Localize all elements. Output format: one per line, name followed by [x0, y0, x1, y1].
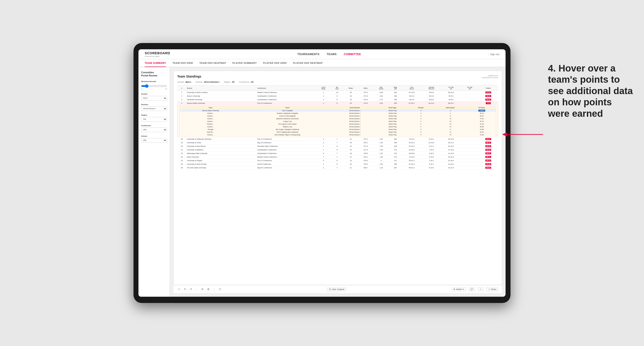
- tab-player-h2h-grid[interactable]: PLAYER H2H GRID: [263, 59, 286, 67]
- inner-rounds: 3: [409, 115, 433, 117]
- school-select[interactable]: (All): [141, 138, 167, 143]
- inner-type: Stroke Play: [376, 134, 409, 136]
- division-filter-value: NCAA Division I: [204, 81, 220, 83]
- sidebar-conference-label: Conference: [141, 125, 167, 127]
- inner-type: Stroke Play: [376, 117, 409, 120]
- watch-chevron: ▾: [463, 288, 464, 290]
- vs-top25-1: 50-10-0: [441, 91, 461, 94]
- rank-3: 3: [178, 98, 186, 102]
- comment-button[interactable]: 💬: [468, 287, 475, 291]
- avg-sg-4: 265: [389, 102, 402, 105]
- tab-player-h2h-heatmap[interactable]: PLAYER H2H HEATMAP: [293, 59, 323, 67]
- copy-icon[interactable]: ⧉: [200, 287, 204, 291]
- inner-rounds: 3: [409, 134, 433, 136]
- division-select[interactable]: NCAA Division I: [141, 106, 167, 111]
- tab-team-h2h-heatmap[interactable]: TEAM H2H HEATMAP: [199, 59, 226, 67]
- separator2: |: [212, 287, 216, 291]
- rnds: 21: [344, 137, 358, 141]
- rnds-1: 30: [344, 91, 358, 94]
- inner-points: 30-13: [468, 112, 496, 115]
- inner-team: Univers...: [180, 112, 242, 115]
- share-icon: ↗: [488, 288, 490, 290]
- inner-event: Copper Cup: [242, 120, 334, 123]
- nav-tournaments[interactable]: TOURNAMENTS: [297, 53, 320, 56]
- watch-button[interactable]: 👁 Watch ▾: [451, 287, 466, 291]
- inner-team: Univers...: [180, 134, 242, 136]
- school-3: Vanderbilt University: [186, 98, 257, 102]
- clock-icon[interactable]: ⏱: [218, 287, 222, 291]
- filter-region: Region: All: [224, 81, 234, 83]
- wins-1: 272.0: [358, 91, 374, 94]
- inner-type: Stroke Play: [376, 115, 409, 117]
- nav-committee[interactable]: COMMITTEE: [344, 53, 361, 56]
- logo-sub: Powered by clippd: [145, 55, 170, 57]
- inner-event: The Cypress Point Classic: [242, 123, 334, 126]
- filters-row: Gender: Men's Division: NCAA Division I …: [177, 81, 498, 83]
- points-4[interactable]: 79.5: [478, 102, 498, 105]
- inner-rank-impact: -1: [433, 109, 468, 112]
- inner-division: NCAA Division I: [334, 123, 376, 126]
- inner-event: Southern Highlands Collegiate: [242, 112, 334, 115]
- inner-rank-impact: +0: [433, 126, 468, 128]
- annotation-text: 4. Hover over a team's points to see add…: [548, 63, 633, 119]
- slider-max: 30: [165, 88, 167, 90]
- points[interactable]: 83.07: [478, 137, 498, 141]
- points-badge-3[interactable]: 90.20: [485, 99, 491, 101]
- points-3[interactable]: 90.20: [478, 98, 498, 102]
- undo-icon[interactable]: ↩: [177, 287, 181, 291]
- inner-points: 119.63: [468, 109, 496, 112]
- points-badge-4[interactable]: 79.5: [486, 102, 491, 104]
- points-1[interactable]: 97.02: [478, 91, 498, 94]
- wins-3: 272.6: [358, 98, 374, 102]
- inner-type: Stroke Play: [376, 109, 409, 112]
- school-2: Auburn University: [186, 94, 257, 98]
- region-select[interactable]: N/A: [141, 117, 167, 122]
- vs-top25-2: 35-4-0: [441, 94, 461, 98]
- inner-rank-impact: +1: [433, 128, 468, 131]
- rnds-3: 19: [344, 98, 358, 102]
- share-button[interactable]: ↗ Share: [486, 287, 498, 291]
- points-2[interactable]: 93.31: [478, 94, 498, 98]
- table-row: 21 University of Alabama Southeastern Co…: [178, 148, 498, 152]
- team-standings-table: # School Conference ConfRank NoTour Rnds…: [177, 85, 498, 170]
- col-school: School: [186, 86, 257, 91]
- region-filter-value: All: [232, 81, 234, 83]
- inner-col-team: Team: [180, 106, 242, 109]
- points-badge-2[interactable]: 93.31: [485, 95, 491, 97]
- table-row: 20 University of New Mexico Mountain Wes…: [178, 145, 498, 148]
- inner-event: OFCC Fighting Illini Invitational: [242, 131, 334, 134]
- expand-button[interactable]: ⤢: [478, 287, 484, 291]
- view-original-button[interactable]: 👁 View: Original: [327, 287, 346, 291]
- redo-icon[interactable]: ↻: [183, 287, 187, 291]
- col-no-tour: NoTour: [330, 86, 344, 91]
- inner-division: NCAA Division I: [334, 126, 376, 128]
- tab-player-summary[interactable]: PLAYER SUMMARY: [232, 59, 257, 67]
- report-title: Team Standings: [177, 75, 201, 78]
- inner-rounds: 3: [409, 112, 433, 115]
- col-overall: OverallRecord: [422, 86, 442, 91]
- inner-team: East Ter...: [180, 131, 242, 134]
- tab-team-h2h-grid[interactable]: TEAM H2H GRID: [172, 59, 193, 67]
- sign-out-button[interactable]: Sign out: [490, 53, 499, 56]
- inner-col-w-points: W Points: [468, 106, 496, 109]
- overall-4: 33-19-1: [422, 102, 442, 105]
- vs-top25-4: 58-24-1: [441, 102, 461, 105]
- tab-team-summary[interactable]: TEAM SUMMARY: [145, 59, 166, 67]
- paste-icon[interactable]: ⊞: [206, 287, 210, 291]
- refresh-icon[interactable]: ↺: [189, 287, 193, 291]
- col-avg-sg: Avg.SG: [389, 86, 402, 91]
- inner-type: Stroke Play: [376, 126, 409, 128]
- inner-row: Univers... Southern Highlands Collegiate…: [180, 112, 496, 115]
- points-badge[interactable]: 83.07: [485, 138, 491, 140]
- points-badge-1[interactable]: 97.02: [485, 91, 491, 93]
- region-filter-label: Region:: [224, 81, 231, 83]
- expanded-row: Team Event Event Division Event Type Rou…: [178, 105, 498, 137]
- conference-select[interactable]: (All): [141, 128, 167, 132]
- school-1: University of North Carolina: [186, 91, 257, 94]
- min-rounds-slider[interactable]: [141, 84, 167, 88]
- gender-select[interactable]: Men's Women's: [141, 96, 167, 100]
- inner-team: Univers...: [180, 117, 242, 120]
- nav-teams[interactable]: TEAMS: [327, 53, 337, 56]
- table-row: 3 Vanderbilt University Southeastern Con…: [178, 98, 498, 102]
- share-label: Share: [491, 288, 496, 290]
